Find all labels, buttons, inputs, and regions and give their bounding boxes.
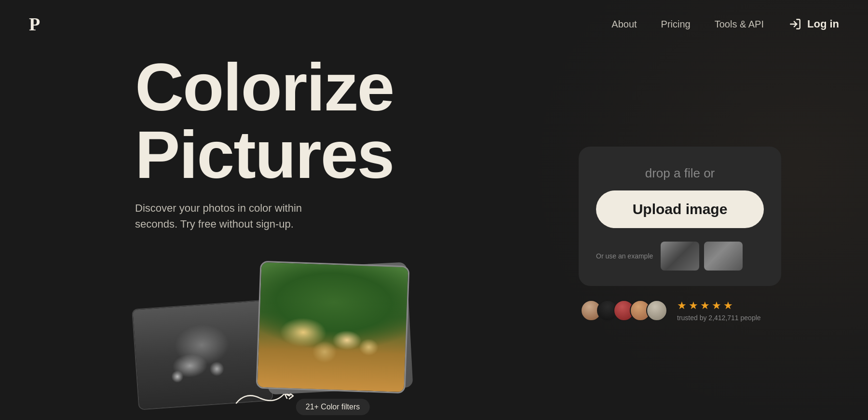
logo[interactable]: P <box>29 14 40 35</box>
color-photo-image <box>258 262 408 392</box>
star-4: ★ <box>712 299 721 312</box>
upload-card: drop a file or Upload image Or use an ex… <box>579 147 781 286</box>
star-3: ★ <box>700 299 710 312</box>
hero-section: Colorize Pictures Discover your photos i… <box>0 48 868 420</box>
avatar-5 <box>646 300 667 321</box>
trust-text: trusted by 2,412,711 people <box>677 314 761 322</box>
navigation: P About Pricing Tools & API Log in <box>0 0 868 48</box>
login-button[interactable]: Log in <box>788 17 839 31</box>
star-2: ★ <box>689 299 698 312</box>
color-photo-stack: 21+ Color filters <box>251 261 415 401</box>
example-thumbnails <box>661 242 743 271</box>
example-label: Or use an example <box>596 252 653 260</box>
stars-block: ★ ★ ★ ★ ★ trusted by 2,412,711 people <box>677 299 761 322</box>
photo-area: 21+ Color filters <box>135 261 415 415</box>
login-label: Log in <box>807 18 839 30</box>
color-photo <box>256 260 409 393</box>
color-filter-badge: 21+ Color filters <box>296 399 370 415</box>
hero-left: Colorize Pictures Discover your photos i… <box>135 54 540 415</box>
hero-subtitle: Discover your photos in color within sec… <box>135 200 328 232</box>
login-icon <box>788 17 802 31</box>
social-proof: ★ ★ ★ ★ ★ trusted by 2,412,711 people <box>579 299 781 322</box>
upload-image-button[interactable]: Upload image <box>596 190 764 228</box>
nav-link-pricing[interactable]: Pricing <box>661 19 691 30</box>
example-row: Or use an example <box>596 242 764 271</box>
drop-text: drop a file or <box>645 166 715 181</box>
hero-right: drop a file or Upload image Or use an ex… <box>579 147 781 322</box>
example-thumb-1[interactable] <box>661 242 699 271</box>
nav-links: About Pricing Tools & API Log in <box>611 17 839 31</box>
star-rating: ★ ★ ★ ★ ★ <box>677 299 761 312</box>
nav-link-about[interactable]: About <box>611 19 637 30</box>
star-5: ★ <box>723 299 733 312</box>
avatar-stack <box>581 300 667 321</box>
example-thumb-2[interactable] <box>704 242 743 271</box>
nav-link-tools-api[interactable]: Tools & API <box>715 19 764 30</box>
star-1: ★ <box>677 299 687 312</box>
hero-title: Colorize Pictures <box>135 54 540 189</box>
